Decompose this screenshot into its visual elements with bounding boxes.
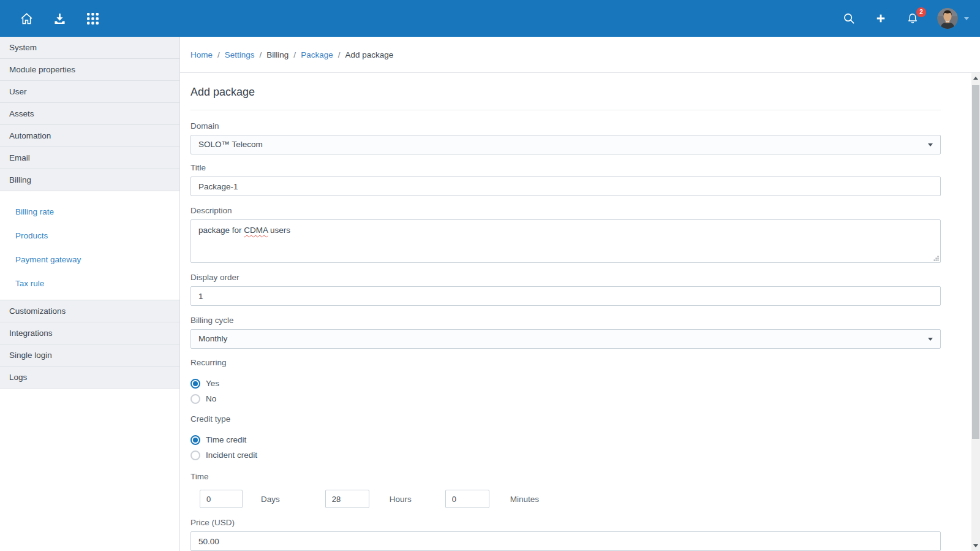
notifications-bell-icon[interactable]: 2 (897, 0, 929, 37)
chevron-down-icon (928, 338, 933, 341)
search-icon[interactable] (833, 0, 865, 37)
description-label: Description (190, 206, 941, 215)
misspelled-word: CDMA (244, 226, 268, 235)
hours-input[interactable] (325, 490, 369, 508)
display-order-input[interactable] (190, 286, 941, 306)
credit-type-field-group: Credit type Time credit Incident credit (190, 414, 941, 463)
days-input[interactable] (200, 490, 243, 508)
breadcrumb-billing: Billing (266, 50, 288, 59)
breadcrumb-separator: / (260, 50, 262, 59)
title-input[interactable] (190, 177, 941, 196)
breadcrumb-settings[interactable]: Settings (225, 50, 255, 59)
submenu-item-tax-rule[interactable]: Tax rule (0, 272, 179, 295)
settings-sidebar: System Module properties User Assets Aut… (0, 37, 180, 551)
title-field-group: Title (190, 163, 941, 196)
billing-cycle-select[interactable]: Monthly (190, 329, 941, 349)
add-icon[interactable] (865, 0, 897, 37)
recurring-label: Recurring (190, 358, 941, 367)
user-menu-caret-icon[interactable] (964, 17, 969, 20)
credit-type-label: Credit type (190, 414, 941, 424)
credit-type-options: Time credit Incident credit (190, 432, 941, 463)
main-content: Home / Settings / Billing / Package / Ad… (180, 37, 980, 551)
sidebar-item-email[interactable]: Email (0, 147, 179, 169)
description-textarea[interactable]: package for CDMA users (190, 219, 941, 263)
billing-submenu: Billing rate Products Payment gateway Ta… (0, 191, 179, 300)
title-label: Title (190, 163, 941, 172)
time-credit-option[interactable]: Time credit (190, 432, 941, 447)
domain-select[interactable]: SOLO™ Telecom (190, 135, 941, 154)
recurring-yes-option[interactable]: Yes (190, 376, 941, 391)
submenu-item-payment-gateway[interactable]: Payment gateway (0, 248, 179, 272)
notification-count-badge: 2 (916, 7, 926, 17)
scrollbar-up-arrow-icon[interactable] (971, 73, 980, 83)
radio-checked-icon[interactable] (190, 435, 200, 445)
breadcrumb: Home / Settings / Billing / Package / Ad… (180, 37, 980, 72)
topbar: 2 (0, 0, 980, 37)
user-avatar[interactable] (937, 8, 958, 29)
breadcrumb-home[interactable]: Home (190, 50, 213, 59)
price-label: Price (USD) (190, 518, 941, 527)
download-icon[interactable] (43, 0, 76, 37)
page-title: Add package (190, 85, 941, 99)
days-unit-label: Days (261, 495, 280, 504)
vertical-scrollbar[interactable] (971, 73, 980, 551)
sidebar-item-integrations[interactable]: Integrations (0, 322, 179, 344)
description-field-group: Description package for CDMA users (190, 206, 941, 263)
sidebar-item-billing[interactable]: Billing (0, 169, 179, 191)
domain-field-group: Domain SOLO™ Telecom (190, 121, 941, 154)
sidebar-item-module-properties[interactable]: Module properties (0, 59, 179, 81)
chevron-down-icon (928, 143, 933, 146)
recurring-options: Yes No (190, 376, 941, 406)
breadcrumb-add-package: Add package (345, 50, 393, 59)
title-divider (190, 110, 941, 110)
display-order-label: Display order (190, 273, 941, 282)
home-icon[interactable] (10, 0, 43, 37)
textarea-resize-handle-icon[interactable] (933, 256, 939, 261)
apps-grid-icon[interactable] (76, 0, 109, 37)
add-package-form: Add package Domain SOLO™ Telecom Title D… (190, 85, 941, 551)
time-label: Time (190, 472, 941, 481)
radio-unchecked-icon[interactable] (190, 394, 200, 404)
sidebar-item-assets[interactable]: Assets (0, 103, 179, 125)
breadcrumb-separator: / (217, 50, 220, 59)
hours-unit-label: Hours (390, 495, 412, 504)
breadcrumb-separator: / (338, 50, 341, 59)
breadcrumb-separator: / (293, 50, 296, 59)
sidebar-item-single-login[interactable]: Single login (0, 344, 179, 367)
price-field-group: Price (USD) (190, 518, 941, 551)
topbar-right-icons: 2 (833, 0, 980, 37)
breadcrumb-package[interactable]: Package (301, 50, 333, 59)
display-order-field-group: Display order (190, 273, 941, 306)
topbar-left-icons (0, 0, 109, 37)
sidebar-item-logs[interactable]: Logs (0, 367, 179, 389)
minutes-unit-label: Minutes (510, 495, 539, 504)
radio-checked-icon[interactable] (190, 379, 200, 389)
add-package-panel: Add package Domain SOLO™ Telecom Title D… (180, 72, 980, 551)
minutes-input[interactable] (445, 490, 489, 508)
submenu-item-products[interactable]: Products (0, 224, 179, 248)
scrollbar-down-arrow-icon[interactable] (971, 541, 980, 550)
billing-cycle-label: Billing cycle (190, 316, 941, 325)
sidebar-item-automation[interactable]: Automation (0, 125, 179, 147)
incident-credit-option[interactable]: Incident credit (190, 447, 941, 463)
price-input[interactable] (190, 531, 941, 551)
recurring-no-option[interactable]: No (190, 391, 941, 406)
time-inputs-row: Days Hours Minutes (190, 490, 941, 508)
recurring-field-group: Recurring Yes No (190, 358, 941, 406)
domain-label: Domain (190, 121, 941, 131)
time-field-group: Time Days Hours Minutes (190, 472, 941, 508)
submenu-item-billing-rate[interactable]: Billing rate (0, 200, 179, 224)
sidebar-item-user[interactable]: User (0, 81, 179, 103)
billing-cycle-field-group: Billing cycle Monthly (190, 316, 941, 349)
sidebar-item-customizations[interactable]: Customizations (0, 300, 179, 322)
sidebar-item-system[interactable]: System (0, 37, 179, 59)
radio-unchecked-icon[interactable] (190, 450, 200, 460)
scrollbar-thumb[interactable] (972, 85, 979, 439)
